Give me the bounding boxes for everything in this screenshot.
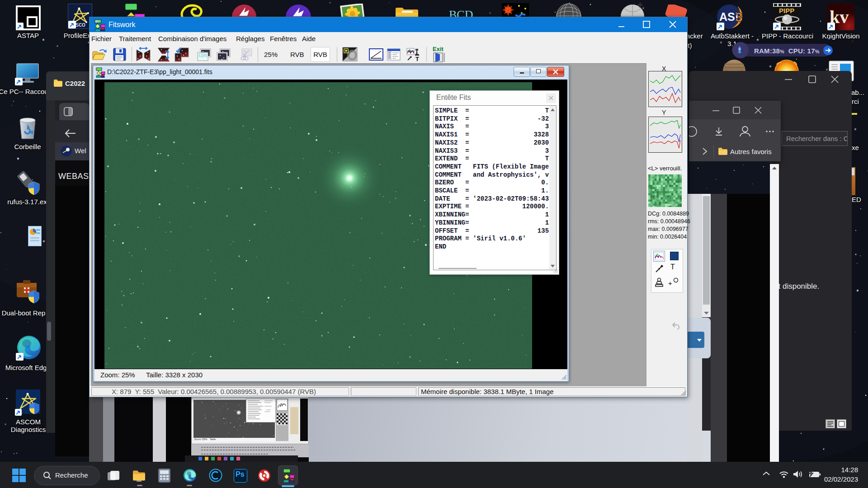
svg-text:T: T (415, 56, 419, 61)
svg-text:PIPP: PIPP (779, 7, 794, 14)
svg-text:3: 3 (735, 9, 743, 24)
